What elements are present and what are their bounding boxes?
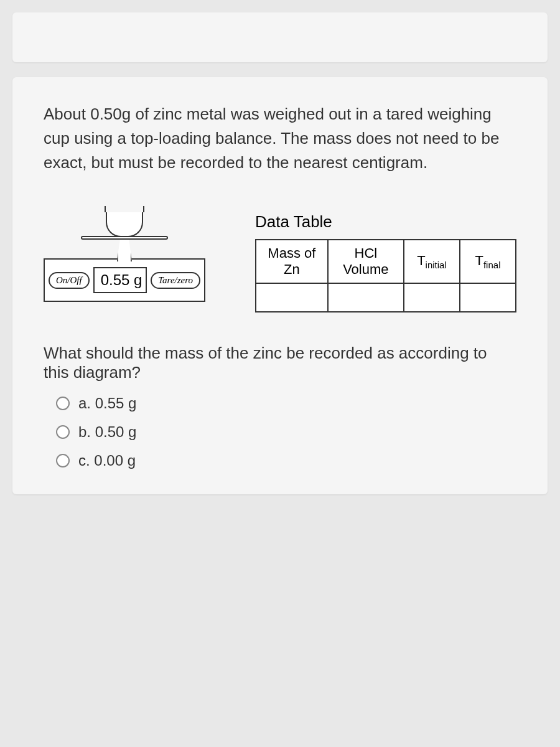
cell-t-final <box>460 283 516 312</box>
option-c[interactable]: c. 0.00 g <box>56 452 516 469</box>
data-table: Mass of Zn HCl Volume Tinitial Tfinal <box>255 239 516 312</box>
option-label: b. 0.50 g <box>78 423 136 441</box>
option-label: a. 0.55 g <box>78 395 136 412</box>
weighing-cup-icon <box>106 212 143 237</box>
diagram-row: On/Off 0.55 g Tare/zero Data Table Mass … <box>44 212 516 312</box>
cell-hcl-volume <box>328 283 404 312</box>
balance-body: On/Off 0.55 g Tare/zero <box>44 258 205 302</box>
col-t-initial: Tinitial <box>404 240 460 283</box>
col-t-final: Tfinal <box>460 240 516 283</box>
radio-icon <box>56 454 70 467</box>
option-b[interactable]: b. 0.50 g <box>56 423 516 441</box>
intro-text: About 0.50g of zinc metal was weighed ou… <box>44 102 516 175</box>
data-table-title: Data Table <box>255 212 516 232</box>
options-group: a. 0.55 g b. 0.50 g c. 0.00 g <box>44 395 516 469</box>
cell-t-initial <box>404 283 460 312</box>
radio-icon <box>56 397 70 410</box>
data-table-section: Data Table Mass of Zn HCl Volume Tinitia… <box>255 212 516 312</box>
tare-zero-button: Tare/zero <box>151 272 200 289</box>
question-card: About 0.50g of zinc metal was weighed ou… <box>12 77 548 494</box>
option-label: c. 0.00 g <box>78 452 136 469</box>
col-hcl-volume: HCl Volume <box>328 240 404 283</box>
cell-mass-zn <box>256 283 328 312</box>
radio-icon <box>56 425 70 439</box>
option-a[interactable]: a. 0.55 g <box>56 395 516 412</box>
question-text: What should the mass of the zinc be reco… <box>44 344 516 382</box>
top-card <box>12 12 548 62</box>
balance-diagram: On/Off 0.55 g Tare/zero <box>44 212 205 302</box>
balance-display: 0.55 g <box>93 267 147 293</box>
col-mass-zn: Mass of Zn <box>256 240 328 283</box>
on-off-button: On/Off <box>49 272 90 289</box>
balance-pan-icon <box>81 236 168 240</box>
